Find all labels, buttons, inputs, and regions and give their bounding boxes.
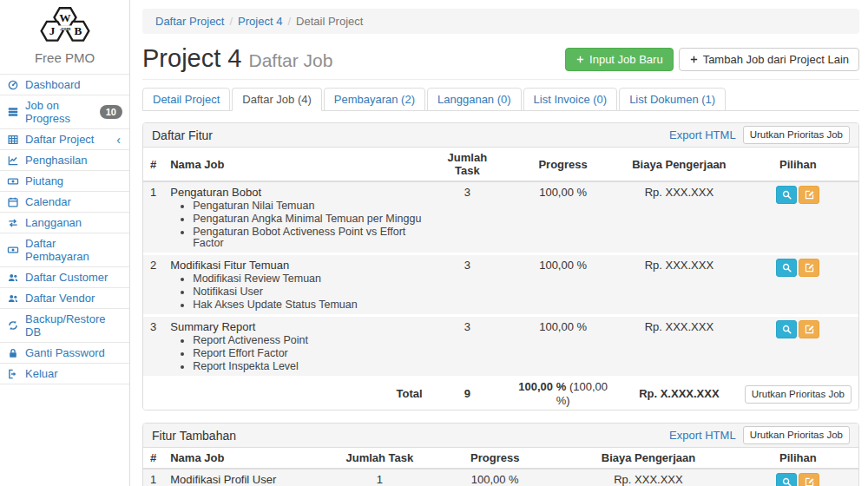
sidebar-item-label: Backup/Restore DB xyxy=(25,312,122,338)
sidebar-item-backup-restore-db[interactable]: Backup/Restore DB xyxy=(0,309,129,342)
sidebar-item-label: Piutang xyxy=(25,174,63,187)
subtask-item: Report Inspekta Level xyxy=(193,361,422,372)
money-icon xyxy=(7,244,19,256)
sidebar-item-langganan[interactable]: Langganan xyxy=(0,213,129,233)
task-count: 1 xyxy=(329,469,431,486)
subtask-list: Report Activeness PointReport Effort Fac… xyxy=(181,335,422,372)
row-number: 2 xyxy=(143,254,163,316)
tab-item: Pembayaran (2) xyxy=(324,88,425,111)
edit-icon xyxy=(804,189,815,200)
col-header-pilihan: Pilihan xyxy=(738,148,858,181)
breadcrumb-project-4[interactable]: Project 4 xyxy=(238,15,282,28)
total-progress: 100,00 % (100,00 %) xyxy=(505,378,621,410)
dashboard-icon xyxy=(7,79,19,91)
col-header-jumlah-task: Jumlah Task xyxy=(329,448,431,469)
sidebar-item-daftar-pembayaran[interactable]: Daftar Pembayaran xyxy=(0,233,129,266)
actions-cell xyxy=(738,254,858,316)
sort-priority-button[interactable]: Urutkan Prioritas Job xyxy=(743,426,850,444)
sidebar-item: Daftar Customer xyxy=(0,267,129,288)
sort-priority-button[interactable]: Urutkan Prioritas Job xyxy=(743,126,850,144)
subtask-item: Hak Akses Update Status Temuan xyxy=(193,299,422,311)
sidebar-item: Penghasilan xyxy=(0,150,129,171)
sidebar-item-job-on-progress[interactable]: Job on Progress10 xyxy=(0,95,129,128)
row-number: 1 xyxy=(143,181,163,254)
task-count: 3 xyxy=(430,254,506,316)
job-name: Pengaturan Bobot xyxy=(170,186,422,199)
subtask-item: Pengaturan Nilai Temuan xyxy=(193,200,422,212)
tab-list-dokumen-1[interactable]: List Dokumen (1) xyxy=(619,88,726,111)
lock-icon xyxy=(7,347,19,359)
export-html-link[interactable]: Export HTML xyxy=(669,128,736,141)
breadcrumb-daftar-project[interactable]: Daftar Project xyxy=(155,15,224,28)
progress-value: 100,00 % xyxy=(505,254,621,316)
page-subtitle: Daftar Job xyxy=(249,50,333,70)
sidebar-item-penghasilan[interactable]: Penghasilan xyxy=(0,150,129,170)
sidebar-item-label: Job on Progress xyxy=(25,99,94,125)
sidebar-item-label: Dashboard xyxy=(25,78,81,91)
panel-title: Fitur Tambahan xyxy=(152,429,662,443)
export-html-link[interactable]: Export HTML xyxy=(669,429,736,442)
chart-icon xyxy=(7,154,19,167)
sidebar-item-daftar-customer[interactable]: Daftar Customer xyxy=(0,267,129,287)
input-job-baru-button[interactable]: Input Job Baru xyxy=(565,48,674,71)
edit-job-button[interactable] xyxy=(799,259,819,277)
edit-job-button[interactable] xyxy=(799,473,819,486)
actions-cell xyxy=(738,469,858,486)
sidebar-item-daftar-vendor[interactable]: Daftar Vendor xyxy=(0,288,129,308)
tab-item: Daftar Job (4) xyxy=(232,88,321,111)
sidebar-item-piutang[interactable]: Piutang xyxy=(0,171,129,191)
cost-value: Rp. XXX.XXX xyxy=(621,181,737,254)
tab-detail-project[interactable]: Detail Project xyxy=(142,88,230,111)
tab-item: List Invoice (0) xyxy=(523,88,618,111)
page-header: Project 4 Daftar Job Input Job Baru Tamb… xyxy=(142,44,859,80)
panel-heading: Daftar Fitur Export HTML Urutkan Priorit… xyxy=(143,123,858,148)
view-job-button[interactable] xyxy=(776,186,797,204)
progress-value: 100,00 % xyxy=(431,469,559,486)
panel-daftar-fitur: Daftar Fitur Export HTML Urutkan Priorit… xyxy=(142,122,859,410)
sidebar-item-ganti-password[interactable]: Ganti Password xyxy=(0,343,129,363)
job-name-cell: Pengaturan BobotPengaturan Nilai TemuanP… xyxy=(163,181,429,254)
total-task-count: 9 xyxy=(430,378,506,410)
edit-job-button[interactable] xyxy=(799,186,819,204)
tambah-job-dari-project-lain-button[interactable]: Tambah Job dari Project Lain xyxy=(679,48,859,71)
sort-priority-button[interactable]: Urutkan Prioritas Job xyxy=(745,385,852,404)
sidebar-item-calendar[interactable]: Calendar xyxy=(0,192,129,212)
tab-bar: Detail ProjectDaftar Job (4)Pembayaran (… xyxy=(142,88,859,111)
actions-cell xyxy=(738,316,858,378)
sidebar-item-dashboard[interactable]: Dashboard xyxy=(0,75,129,95)
breadcrumb: Daftar ProjectProject 4Detail Project xyxy=(142,9,859,34)
col-header-progress: Progress xyxy=(431,448,559,469)
sidebar-item: Daftar Pembayaran xyxy=(0,233,129,267)
signout-icon xyxy=(7,368,19,380)
cost-value: Rp. XXX.XXX xyxy=(559,469,737,486)
header-buttons: Input Job Baru Tambah Job dari Project L… xyxy=(565,48,859,71)
tab-langganan-0[interactable]: Langganan (0) xyxy=(427,88,522,111)
job-name-cell: Summary ReportReport Activeness PointRep… xyxy=(163,316,429,378)
breadcrumb-item: Project 4 xyxy=(224,15,282,28)
sidebar: W J B .com Free PMO DashboardJob on Prog… xyxy=(0,0,130,486)
logo-letter: J xyxy=(49,24,55,37)
tab-daftar-job-4[interactable]: Daftar Job (4) xyxy=(232,88,321,111)
sidebar-item-daftar-project[interactable]: Daftar Project‹ xyxy=(0,129,129,149)
job-name: Modifikasi Profil User xyxy=(170,473,321,486)
tab-pembayaran-2[interactable]: Pembayaran (2) xyxy=(324,88,425,111)
sidebar-item: Daftar Vendor xyxy=(0,288,129,309)
sidebar-item: Dashboard xyxy=(0,75,129,95)
panel-heading: Fitur Tambahan Export HTML Urutkan Prior… xyxy=(143,424,858,448)
sidebar-item-label: Keluar xyxy=(25,367,58,380)
subtask-item: Pengaturan Angka Minimal Temuan per Ming… xyxy=(193,213,422,225)
col-header-pilihan: Pilihan xyxy=(738,448,858,469)
edit-job-button[interactable] xyxy=(799,320,819,338)
breadcrumb-item: Daftar Project xyxy=(155,15,224,28)
tasks-icon xyxy=(7,106,19,118)
table-icon xyxy=(7,134,19,146)
progress-value: 100,00 % xyxy=(505,316,621,378)
view-job-button[interactable] xyxy=(776,259,797,277)
tab-list-invoice-0[interactable]: List Invoice (0) xyxy=(523,88,618,111)
task-count: 3 xyxy=(430,316,506,378)
sidebar-item-keluar[interactable]: Keluar xyxy=(0,364,129,384)
count-badge: 10 xyxy=(100,105,122,119)
view-job-button[interactable] xyxy=(776,473,797,486)
view-job-button[interactable] xyxy=(776,320,797,338)
table-row: 1Modifikasi Profil UserTab F/U Temuan110… xyxy=(143,469,858,486)
